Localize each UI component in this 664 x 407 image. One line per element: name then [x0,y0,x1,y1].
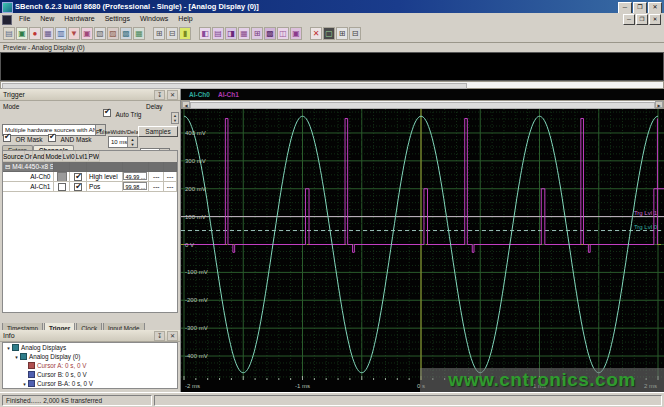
scroll-right-icon[interactable]: ▶ [655,101,663,108]
toolbar-icon[interactable]: ▣ [16,27,28,40]
mode-label: Mode [3,103,19,110]
toolbar-icon[interactable]: ◨ [225,27,237,40]
and-checkbox[interactable] [74,173,82,181]
toolbar-icon[interactable]: ⊞ [251,27,263,40]
toolbar-icon[interactable]: ⊞ [336,27,348,40]
table-row[interactable]: AI-Ch1 Pos 99.98 ... --- --- [3,182,177,192]
menu-item[interactable]: Help [173,13,197,25]
waveform-plot[interactable]: Trg Lvl 1Trg Lvl 0400 mV300 mV200 mV100 … [181,109,664,392]
tree-item[interactable]: Cursor B: 0 s, 0 V [3,370,177,379]
toolbar-icon[interactable]: ▦ [42,27,54,40]
table-row[interactable]: AI-Ch0 High level 49.99 ... --- --- [3,172,177,182]
pw-cell: --- [164,172,177,182]
status-bar: Finished...... 2,000 kS transferred [0,392,664,407]
tree-item[interactable]: ▾ Analog Displays [3,343,177,352]
mdi-restore-button[interactable]: ❐ [636,14,648,25]
samples-button[interactable]: Samples [138,126,178,137]
column-header[interactable]: Lvl1 [76,151,89,162]
tree-item[interactable]: ▾ Cursor B-A: 0 s, 0 V [3,379,177,388]
toolbar-icon[interactable]: ● [29,27,41,40]
or-checkbox[interactable] [58,183,66,191]
mdi-child-icon[interactable] [2,15,12,25]
window-title: SBench 6.2.3 build 8680 (Professional - … [15,0,259,13]
svg-text:300 mV: 300 mV [185,158,206,164]
level0-field[interactable]: 99.98 ... [123,182,147,190]
toolbar-icon[interactable]: ⊟ [349,27,361,40]
toolbar-icon[interactable]: ✕ [310,27,322,40]
chart-scroll-thumb[interactable] [190,102,655,109]
column-header[interactable]: And [33,151,46,162]
tree-item-label: Cursor B-A: 0 s, 0 V [37,380,93,387]
menu-item[interactable]: New [35,13,59,25]
menu-item[interactable]: Windows [135,13,173,25]
level0-field[interactable]: 49.99 ... [123,172,147,180]
menu-item[interactable]: Hardware [59,13,99,25]
toolbar-icon[interactable]: ⊞ [153,27,165,40]
toolbar-icon[interactable]: ▧ [94,27,106,40]
toolbar-icon[interactable]: ▦ [238,27,250,40]
auto-trig-checkbox[interactable]: Auto Trig [103,103,141,121]
mdi-close-button[interactable]: ✕ [649,14,661,25]
toolbar-icon[interactable]: ▮ [179,27,191,40]
close-icon[interactable]: ✕ [167,331,178,341]
toolbar-icon[interactable]: ▨ [107,27,119,40]
toolbar-icon[interactable]: ▤ [3,27,15,40]
status-spacer [154,395,662,406]
trigger-mode-cell[interactable]: High level [87,172,123,182]
tree-item[interactable]: ▾ Analog Display (0) [3,352,177,361]
toolbar-icon[interactable]: ▤ [212,27,224,40]
column-header[interactable]: Or [25,151,33,162]
table-group-row[interactable]: ⊟ M4i.4450-x8 S... [3,162,177,172]
column-header[interactable]: PW [89,151,100,162]
toolbar-icon[interactable]: ▼ [68,27,80,40]
trigger-mode-cell[interactable]: Pos [87,182,123,192]
channel-name: AI-Ch1 [3,182,54,192]
channel-label[interactable]: AI-Ch1 [218,91,239,98]
settings-tab-strip: TimestampTriggerClockInput ModeInput Cha… [0,317,181,330]
svg-text:-400 mV: -400 mV [185,353,208,359]
pulsewidth-spinbox[interactable]: 10 ms ▲▼ [108,136,138,148]
preview-display[interactable] [0,52,664,81]
or-disabled-block [57,172,67,182]
tree-expander-icon[interactable]: ▾ [5,345,12,351]
column-header[interactable]: Source [3,151,25,162]
trigger-channel-table: SourceOrAndModeLvl0Lvl1PW ⊟ M4i.4450-x8 … [2,150,178,313]
expander-icon[interactable]: ⊟ [5,163,10,170]
column-header[interactable]: Lvl0 [63,151,76,162]
svg-text:-100 mV: -100 mV [185,269,208,275]
column-header[interactable]: Mode [45,151,62,162]
and-checkbox[interactable] [74,183,82,191]
channel-label[interactable]: AI-Ch0 [189,91,210,98]
toolbar-icon[interactable]: ▣ [290,27,302,40]
delay-spinner[interactable]: ▲▼ [171,112,179,124]
pin-icon[interactable]: ↧ [154,331,165,341]
tree-expander-icon[interactable]: ▾ [21,381,28,387]
toolbar-icon[interactable]: ▢ [323,27,335,40]
toolbar-icon[interactable]: ▥ [55,27,67,40]
menu-item[interactable]: File [14,13,35,25]
table-header-row: SourceOrAndModeLvl0Lvl1PW [3,151,177,162]
spinner-arrows-icon[interactable]: ▲▼ [127,137,137,147]
toolbar-icon[interactable]: ⊟ [166,27,178,40]
close-icon[interactable]: ✕ [167,90,178,100]
toolbar-icon[interactable]: ▩ [120,27,132,40]
tree-expander-icon[interactable]: ▾ [13,354,20,360]
tree-item-icon [12,344,19,351]
toolbar-icon[interactable]: ◫ [277,27,289,40]
channel-name: AI-Ch0 [3,172,54,182]
preview-title: Preview - Analog Display (0) [0,43,664,52]
toolbar-icon[interactable]: ▣ [81,27,93,40]
pin-icon[interactable]: ↧ [154,90,165,100]
toolbar-icon[interactable]: ▩ [264,27,276,40]
tree-item-icon [28,371,35,378]
toolbar-icon[interactable]: ▦ [133,27,145,40]
preview-scrollbar[interactable] [0,81,664,89]
scroll-left-icon[interactable]: ◀ [182,101,190,108]
toolbar-icon[interactable]: ◧ [199,27,211,40]
tree-item[interactable]: Cursor A: 0 s, 0 V [3,361,177,370]
tree-item[interactable]: x(Hz) = 0 Hz [3,388,177,389]
svg-text:-1 ms: -1 ms [295,383,310,389]
mdi-minimize-button[interactable]: ─ [623,14,635,25]
menu-item[interactable]: Settings [100,13,135,25]
chart-scrollbar[interactable]: ◀ ▶ [181,100,664,109]
